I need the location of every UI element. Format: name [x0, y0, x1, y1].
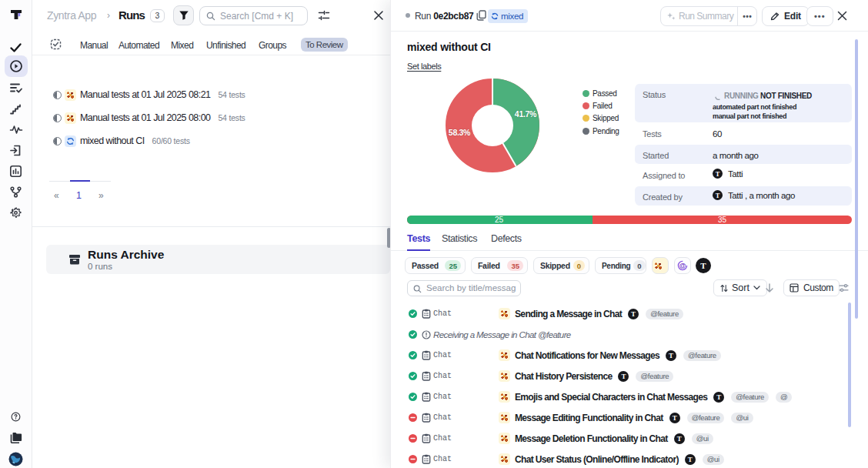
svg-text:41.7%: 41.7% [515, 109, 537, 119]
svg-text:@: @ [679, 262, 686, 269]
svg-text:58.3%: 58.3% [449, 128, 471, 137]
